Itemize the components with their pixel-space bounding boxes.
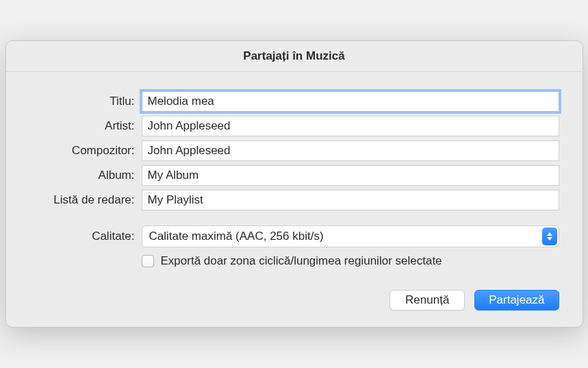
playlist-row: Listă de redare: <box>29 190 559 210</box>
composer-input[interactable] <box>142 140 559 161</box>
title-row: Titlu: <box>29 91 559 112</box>
export-cycle-checkbox[interactable] <box>142 255 154 267</box>
share-button[interactable]: Partajează <box>474 290 559 310</box>
export-cycle-row: Exportă doar zona ciclică/lungimea regiu… <box>142 254 559 268</box>
quality-label: Calitate: <box>29 230 142 243</box>
updown-arrows-icon <box>542 228 557 245</box>
artist-label: Artist: <box>29 119 142 133</box>
cancel-button[interactable]: Renunță <box>389 290 465 310</box>
album-row: Album: <box>29 165 559 186</box>
artist-row: Artist: <box>29 116 559 136</box>
title-input[interactable] <box>142 91 559 112</box>
artist-input[interactable] <box>142 116 559 136</box>
dialog-content: Titlu: Artist: Compozitor: Album: Listă … <box>6 72 583 327</box>
form-spacer <box>29 214 559 225</box>
composer-row: Compozitor: <box>29 140 559 161</box>
button-row: Renunță Partajează <box>29 290 559 310</box>
dialog-title: Partajați în Muzică <box>6 41 583 72</box>
title-label: Titlu: <box>29 95 142 108</box>
album-input[interactable] <box>142 165 559 186</box>
share-music-dialog: Partajați în Muzică Titlu: Artist: Compo… <box>5 40 583 328</box>
quality-row: Calitate: Calitate maximă (AAC, 256 kbit… <box>29 225 559 247</box>
playlist-input[interactable] <box>142 190 559 210</box>
album-label: Album: <box>29 169 142 182</box>
quality-select[interactable]: Calitate maximă (AAC, 256 kbit/s) <box>142 225 559 247</box>
playlist-label: Listă de redare: <box>29 193 142 207</box>
composer-label: Compozitor: <box>29 144 142 158</box>
export-cycle-label: Exportă doar zona ciclică/lungimea regiu… <box>161 254 442 268</box>
quality-selected-value: Calitate maximă (AAC, 256 kbit/s) <box>142 225 559 247</box>
